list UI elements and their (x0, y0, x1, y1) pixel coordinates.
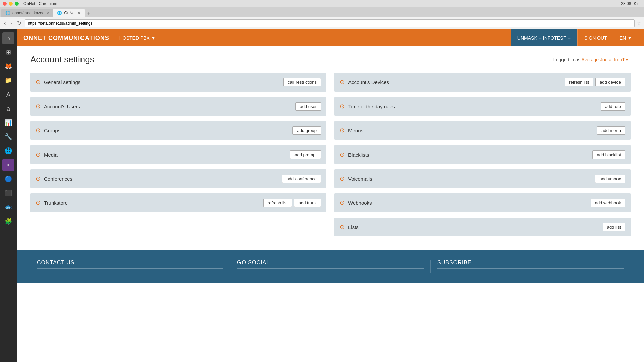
lists-buttons: add list (603, 223, 625, 231)
refresh-list-button[interactable]: refresh list (263, 199, 292, 207)
section-lists: ⊙ Lists add list (334, 218, 631, 236)
menus-title: Menus (348, 128, 594, 133)
time-of-day-buttons: add rule (601, 102, 625, 111)
add-menu-button[interactable]: add menu (597, 126, 625, 135)
sidebar-icon-sheets[interactable]: 📊 (2, 117, 14, 129)
os-time: 23:08 (621, 1, 631, 6)
sidebar-icon-amazon[interactable]: a (2, 103, 14, 115)
address-bar: ‹ › ↻ ☆ (0, 17, 644, 29)
section-menus: ⊙ Menus add menu (334, 121, 631, 140)
voicemails-buttons: add vmbox (595, 175, 625, 183)
add-blacklist-button[interactable]: add blacklist (592, 150, 625, 159)
brand-name: ONNET COMMUNICATIONS (23, 35, 109, 42)
refresh-list-button-2[interactable]: refresh list (565, 78, 593, 86)
language-button[interactable]: EN ▼ (614, 29, 637, 46)
unmask-button[interactable]: UNMASK -- INFOTEST -- (511, 29, 577, 46)
tab-1[interactable]: 🌐 onnet/mod_kazoo ✕ (1, 9, 53, 17)
sidebar-icon-files[interactable]: 📁 (2, 74, 14, 86)
section-accounts-users: ⊙ Account's Users add user (30, 97, 326, 116)
tab-1-close[interactable]: ✕ (46, 11, 49, 15)
unmask-label: UNMASK -- INFOTEST -- (517, 35, 571, 41)
logged-in-area: Logged in as Average Joe at InfoTest (553, 57, 631, 62)
sidebar-icon-terminal[interactable]: ⬛ (2, 187, 14, 199)
add-list-button[interactable]: add list (603, 223, 625, 231)
sidebar-icon-purple[interactable]: ▪ (2, 159, 14, 171)
sidebar-icon-grid[interactable]: ⊞ (2, 46, 14, 58)
accounts-devices-arrow[interactable]: ⊙ (340, 78, 345, 86)
new-tab-button[interactable]: + (85, 9, 93, 17)
forward-button[interactable]: › (9, 20, 13, 27)
url-input[interactable] (25, 19, 635, 27)
time-of-day-arrow[interactable]: ⊙ (340, 103, 345, 110)
groups-buttons: add group (292, 126, 321, 135)
general-settings-arrow[interactable]: ⊙ (36, 78, 41, 86)
add-conference-button[interactable]: add conference (282, 175, 321, 183)
os-dot-yellow[interactable] (9, 2, 13, 6)
sidebar-icon-fish[interactable]: 🐟 (2, 201, 14, 213)
page-title: Account settings (30, 54, 94, 65)
add-device-button[interactable]: add device (595, 78, 625, 86)
add-rule-button[interactable]: add rule (601, 102, 625, 111)
sidebar-icon-puzzle[interactable]: 🧩 (2, 215, 14, 227)
general-settings-title: General settings (44, 79, 280, 85)
left-column: ⊙ General settings call restrictions ⊙ A… (29, 73, 328, 236)
footer-go-social: GO SOCIAL (230, 260, 431, 273)
sidebar-icon-app1[interactable]: A (2, 88, 14, 101)
back-button[interactable]: ‹ (3, 20, 7, 27)
time-of-day-title: Time of the day rules (348, 104, 597, 109)
reload-button[interactable]: ↻ (16, 19, 23, 27)
webhooks-buttons: add webhook (591, 199, 625, 207)
accounts-users-title: Account's Users (44, 104, 292, 109)
sidebar-icon-globe[interactable]: 🌐 (2, 145, 14, 157)
accounts-devices-title: Account's Devices (348, 79, 561, 85)
lists-arrow[interactable]: ⊙ (340, 223, 345, 231)
sidebar-icon-tools[interactable]: 🔧 (2, 131, 14, 143)
section-webhooks: ⊙ Webhooks add webhook (334, 193, 631, 212)
trunkstore-arrow[interactable]: ⊙ (36, 199, 41, 206)
menus-arrow[interactable]: ⊙ (340, 127, 345, 134)
add-webhook-button[interactable]: add webhook (591, 199, 625, 207)
sidebar-icon-blue[interactable]: 🔵 (2, 173, 14, 185)
os-dot-green[interactable] (15, 2, 19, 6)
conferences-buttons: add conference (282, 175, 321, 183)
conferences-title: Conferences (44, 176, 279, 182)
add-group-button[interactable]: add group (292, 126, 321, 135)
webhooks-arrow[interactable]: ⊙ (340, 199, 345, 206)
conferences-arrow[interactable]: ⊙ (36, 175, 41, 182)
sidebar-icon-fox[interactable]: 🦊 (2, 60, 14, 72)
voicemails-arrow[interactable]: ⊙ (340, 175, 345, 182)
call-restrictions-button[interactable]: call restrictions (283, 78, 321, 86)
media-arrow[interactable]: ⊙ (36, 151, 41, 158)
right-column: ⊙ Account's Devices refresh list add dev… (333, 73, 632, 236)
add-prompt-button[interactable]: add prompt (290, 150, 321, 159)
blacklists-buttons: add blacklist (592, 150, 625, 159)
page-header: Account settings Logged in as Average Jo… (30, 54, 631, 65)
groups-title: Groups (44, 128, 289, 133)
add-user-button[interactable]: add user (295, 102, 321, 111)
accounts-devices-buttons: refresh list add device (565, 78, 625, 86)
tab-2[interactable]: 🌐 OnNet ✕ (53, 9, 85, 17)
media-title: Media (44, 152, 287, 158)
bookmark-icon[interactable]: ☆ (637, 20, 641, 26)
footer-subscribe: SUBSCRIBE (431, 260, 631, 273)
signout-label: SIGN OUT (584, 35, 607, 41)
add-trunk-button[interactable]: add trunk (294, 199, 321, 207)
webhooks-title: Webhooks (348, 200, 587, 206)
settings-grid: ⊙ General settings call restrictions ⊙ A… (29, 73, 632, 236)
signout-button[interactable]: SIGN OUT (577, 29, 614, 46)
accounts-users-arrow[interactable]: ⊙ (36, 103, 41, 110)
general-settings-buttons: call restrictions (283, 78, 321, 86)
section-accounts-devices: ⊙ Account's Devices refresh list add dev… (334, 73, 631, 92)
add-vmbox-button[interactable]: add vmbox (595, 175, 625, 183)
sidebar-icon-home[interactable]: ⌂ (2, 32, 14, 44)
tab-1-label: onnet/mod_kazoo (12, 11, 44, 15)
os-dot-red[interactable] (3, 2, 7, 6)
tab-2-close[interactable]: ✕ (78, 11, 80, 15)
logged-in-user-link[interactable]: Average Joe at InfoTest (581, 57, 631, 62)
logged-in-prefix: Logged in as (553, 57, 581, 62)
groups-arrow[interactable]: ⊙ (36, 127, 41, 134)
main-content: Account settings Logged in as Average Jo… (17, 46, 644, 250)
blacklists-arrow[interactable]: ⊙ (340, 151, 345, 158)
hosted-pbx-menu[interactable]: HOSTED PBX ▼ (119, 35, 156, 41)
section-groups: ⊙ Groups add group (30, 121, 326, 140)
